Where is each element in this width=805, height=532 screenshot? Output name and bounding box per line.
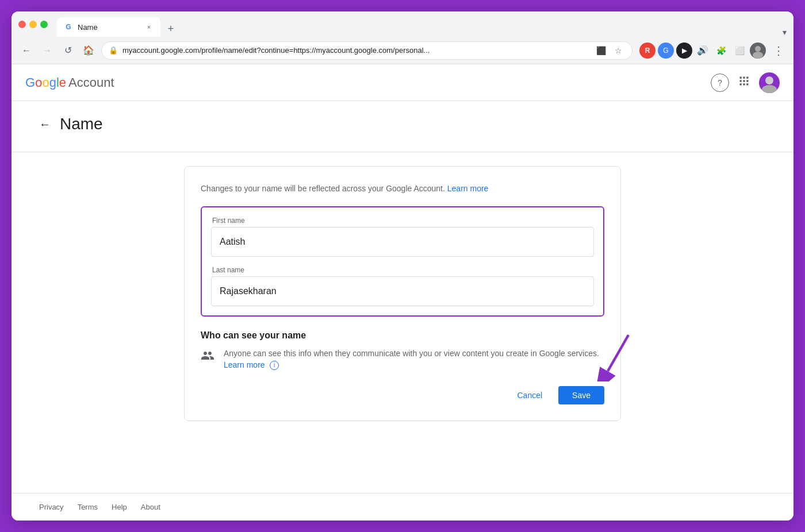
tabs-area: G Name × + ▾ xyxy=(57,11,787,37)
privacy-link[interactable]: Privacy xyxy=(39,503,64,511)
name-card: Changes to your name will be reflected a… xyxy=(184,166,621,421)
google-account-header: Google Account ? xyxy=(12,64,793,101)
svg-point-1 xyxy=(753,52,763,59)
browser-window: G Name × + ▾ ← → ↺ 🏠 🔒 myaccount.google.… xyxy=(12,11,793,521)
extension-icon-1[interactable]: R xyxy=(639,43,656,59)
svg-rect-9 xyxy=(743,83,745,85)
annotation-arrow xyxy=(587,330,639,381)
who-can-see-text-area: Anyone can see this info when they commu… xyxy=(224,348,599,370)
first-name-group: First name xyxy=(211,217,594,257)
who-can-see-row: Anyone can see this info when they commu… xyxy=(201,348,604,370)
svg-point-11 xyxy=(765,76,773,84)
apps-grid-icon[interactable] xyxy=(738,75,750,90)
google-account-logo: Google Account xyxy=(25,75,114,90)
svg-rect-6 xyxy=(743,80,745,82)
who-can-see-description: Anyone can see this info when they commu… xyxy=(224,348,599,360)
new-tab-button[interactable]: + xyxy=(163,21,179,37)
people-icon xyxy=(201,349,214,366)
last-name-label: Last name xyxy=(211,266,594,274)
svg-point-12 xyxy=(762,85,777,93)
tab-list-button[interactable]: ▾ xyxy=(783,28,787,37)
maximize-window-button[interactable] xyxy=(40,21,48,28)
name-form-highlighted: First name Last name xyxy=(201,206,604,317)
traffic-lights xyxy=(18,21,48,28)
last-name-group: Last name xyxy=(211,266,594,306)
extension-icon-4[interactable]: 🔊 xyxy=(695,43,711,59)
svg-point-0 xyxy=(755,46,761,52)
svg-rect-5 xyxy=(740,80,742,82)
svg-line-14 xyxy=(608,335,628,371)
active-tab[interactable]: G Name × xyxy=(57,17,160,37)
cancel-button[interactable]: Cancel xyxy=(508,386,551,404)
extension-icon-6[interactable]: ⬜ xyxy=(731,43,747,59)
extensions-area: R G ▶ 🔊 🧩 ⬜ xyxy=(639,43,766,59)
info-circle-icon[interactable]: i xyxy=(270,361,279,370)
svg-rect-4 xyxy=(746,77,748,79)
header-right: ? xyxy=(711,72,780,93)
who-can-see-title: Who can see your name xyxy=(201,330,604,341)
page-body: ← Name Changes to your name will be refl… xyxy=(12,101,793,493)
address-icons: ⬛ ☆ xyxy=(594,44,625,57)
first-name-label: First name xyxy=(211,217,594,225)
help-icon[interactable]: ? xyxy=(711,74,729,92)
learn-more-2-link[interactable]: Learn more xyxy=(224,360,265,369)
forward-button[interactable]: → xyxy=(39,43,55,59)
last-name-input-box[interactable] xyxy=(211,276,594,306)
first-name-input[interactable] xyxy=(220,237,585,247)
who-can-see-section: Who can see your name Anyone can see thi… xyxy=(201,330,604,370)
share-icon[interactable]: ⬛ xyxy=(594,44,608,57)
svg-rect-2 xyxy=(740,77,742,79)
svg-rect-7 xyxy=(746,80,748,82)
learn-more-link[interactable]: Learn more xyxy=(447,184,489,193)
chrome-menu-button[interactable]: ⋮ xyxy=(770,41,787,60)
svg-rect-3 xyxy=(743,77,745,79)
minimize-window-button[interactable] xyxy=(29,21,37,28)
account-text: Account xyxy=(68,75,114,90)
page-content: Google Account ? xyxy=(12,64,793,521)
reload-button[interactable]: ↺ xyxy=(60,43,76,59)
last-name-input[interactable] xyxy=(220,286,585,296)
tab-close-button[interactable]: × xyxy=(144,22,154,32)
first-name-input-box[interactable] xyxy=(211,227,594,257)
separator xyxy=(12,152,793,152)
tab-title: Name xyxy=(78,23,140,32)
button-row: Cancel Save xyxy=(201,386,604,404)
title-bar: G Name × + ▾ xyxy=(12,11,793,37)
page-title-bar: ← Name xyxy=(12,115,793,133)
address-bar[interactable]: 🔒 myaccount.google.com/profile/name/edit… xyxy=(101,41,632,60)
info-text: Changes to your name will be reflected a… xyxy=(201,183,604,195)
page-title: Name xyxy=(60,115,103,133)
user-avatar[interactable] xyxy=(759,72,780,93)
svg-rect-10 xyxy=(746,83,748,85)
home-button[interactable]: 🏠 xyxy=(80,43,97,59)
page-footer: Privacy Terms Help About xyxy=(12,493,793,521)
extension-icon-5[interactable]: 🧩 xyxy=(713,43,729,59)
extension-icon-2[interactable]: G xyxy=(658,43,674,59)
tab-favicon: G xyxy=(64,22,73,32)
about-link[interactable]: About xyxy=(141,503,160,511)
button-area: Cancel Save xyxy=(201,386,604,404)
back-to-personal-info-button[interactable]: ← xyxy=(39,118,51,131)
lock-icon: 🔒 xyxy=(109,46,118,55)
nav-bar: ← → ↺ 🏠 🔒 myaccount.google.com/profile/n… xyxy=(12,37,793,64)
help-link[interactable]: Help xyxy=(112,503,127,511)
terms-link[interactable]: Terms xyxy=(78,503,98,511)
save-button[interactable]: Save xyxy=(558,386,604,404)
google-logo-text: Google xyxy=(25,75,66,90)
back-button[interactable]: ← xyxy=(18,43,34,59)
url-text: myaccount.google.com/profile/name/edit?c… xyxy=(122,46,589,55)
bookmark-icon[interactable]: ☆ xyxy=(611,44,625,57)
close-window-button[interactable] xyxy=(18,21,26,28)
extension-icon-3[interactable]: ▶ xyxy=(676,43,692,59)
profile-icon[interactable] xyxy=(750,43,766,59)
svg-rect-8 xyxy=(740,83,742,85)
